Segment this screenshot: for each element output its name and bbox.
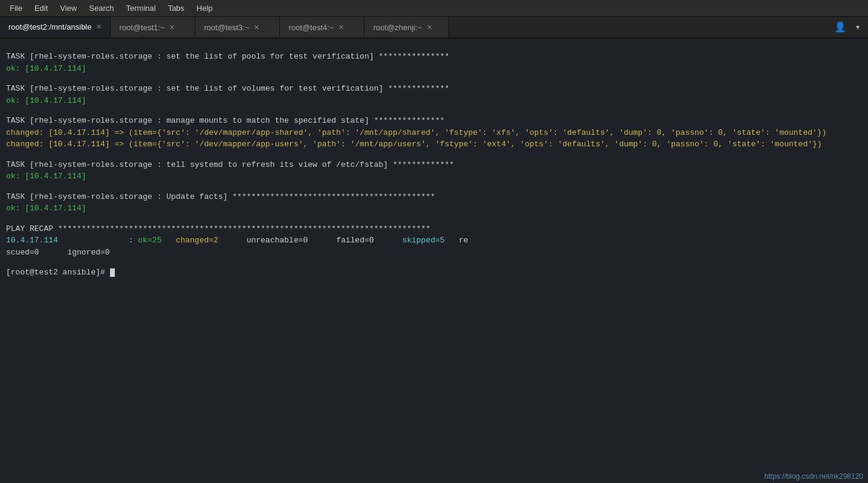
terminal-ok-line: ok: [10.4.17.114] [6,63,862,75]
terminal-blank-line [6,258,862,267]
tab-1-close[interactable]: ✕ [169,24,175,31]
terminal-line: TASK [rhel-system-roles.storage : set th… [6,51,862,63]
menu-terminal[interactable]: Terminal [121,2,161,14]
terminal-line: TASK [rhel-system-roles.storage : manage… [6,115,862,127]
tab-0-label: root@test2:/mnt/ansible [8,22,91,31]
terminal-ok-line: ok: [10.4.17.114] [6,95,862,107]
menubar: File Edit View Search Terminal Tabs Help [0,0,868,17]
tab-0-close[interactable]: ✕ [96,23,102,31]
tab-4[interactable]: root@zhenji:~ ✕ [364,17,449,37]
terminal-line: TASK [rhel-system-roles.storage : tell s… [6,159,862,171]
terminal-line: TASK [rhel-system-roles.storage : set th… [6,83,862,95]
terminal-blank-line [6,106,862,115]
terminal-prompt-line: [root@test2 ansible]# [6,267,862,279]
terminal-line: TASK [rhel-system-roles.storage : Update… [6,191,862,203]
menu-help[interactable]: Help [192,2,218,14]
terminal-blank-line [6,74,862,83]
terminal-blank-line [6,215,862,223]
menu-tabs[interactable]: Tabs [163,2,189,14]
terminal-ok-line: ok: [10.4.17.114] [6,170,862,183]
terminal-cursor [110,268,115,277]
tab-0[interactable]: root@test2:/mnt/ansible ✕ [0,17,111,37]
tab-2-label: root@test3:~ [204,23,249,32]
terminal-blank-line [6,183,862,191]
menu-file[interactable]: File [5,2,27,14]
tab-1-label: root@test1:~ [119,23,164,32]
menu-view[interactable]: View [55,2,82,14]
tab-2[interactable]: root@test3:~ ✕ [195,17,280,37]
terminal[interactable]: TASK [rhel-system-roles.storage : set th… [0,39,868,483]
tab-1[interactable]: root@test1:~ ✕ [111,17,195,37]
tab-4-close[interactable]: ✕ [427,24,432,31]
terminal-ok-line: ok: [10.4.17.114] [6,203,862,215]
terminal-blank-line [6,42,862,51]
tab-3[interactable]: root@test4:~ ✕ [280,17,364,37]
menu-edit[interactable]: Edit [30,2,53,14]
tab-3-close[interactable]: ✕ [338,24,344,31]
terminal-changed-line: changed: [10.4.17.114] => (item={'src': … [6,127,862,139]
tab-3-label: root@test4:~ [288,23,334,32]
tabbar: root@test2:/mnt/ansible ✕ root@test1:~ ✕… [0,17,868,39]
terminal-changed-line: changed: [10.4.17.114] => (item={'src': … [6,138,862,151]
terminal-recap-line: 10.4.17.114 : ok=25 changed=2 unreachabl… [6,235,862,258]
status-bar: https://blog.csdn.net/nk298120 [760,470,868,483]
terminal-blank-line [6,151,862,159]
tab-actions: 👤 ▾ [827,17,868,37]
new-tab-button[interactable]: 👤 [832,20,849,34]
terminal-line: PLAY RECAP *****************************… [6,223,862,235]
menu-search[interactable]: Search [84,2,118,14]
tab-2-close[interactable]: ✕ [254,24,259,31]
tab-dropdown-button[interactable]: ▾ [852,20,863,34]
tab-4-label: root@zhenji:~ [373,23,422,32]
